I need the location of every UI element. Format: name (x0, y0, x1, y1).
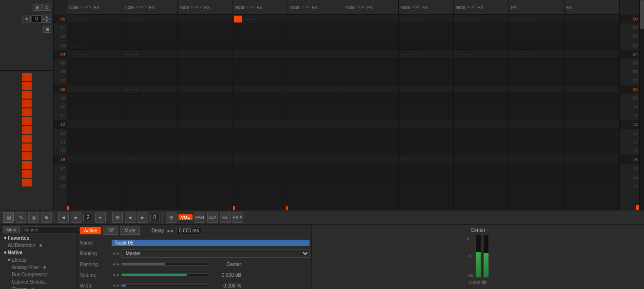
cell-fx1-15[interactable] (509, 146, 564, 155)
cell-1-09[interactable] (67, 94, 122, 103)
cell-6-04[interactable] (343, 50, 398, 59)
cell-3-06[interactable] (178, 67, 233, 76)
cell-fx2-14[interactable] (565, 138, 619, 146)
cell-7-04[interactable]: - - - - - - - - (399, 50, 453, 59)
cell-4-02[interactable] (233, 32, 288, 41)
cell-5-06[interactable] (288, 67, 343, 76)
cell-3-04[interactable] (178, 50, 233, 59)
cell-6-15[interactable] (343, 146, 398, 155)
cell-8-05[interactable] (454, 59, 508, 67)
cell-fx1-17[interactable] (509, 164, 564, 173)
scrollbar-thumb[interactable] (640, 0, 644, 29)
cell-fx1-08[interactable]: - - - - - - - - - - (509, 85, 564, 94)
cell-8-13[interactable] (454, 129, 508, 138)
cell-2-16[interactable]: - - - -- - (122, 155, 177, 164)
arrow-left-btn[interactable]: ◄ (22, 16, 31, 22)
cell-8-09[interactable] (454, 94, 508, 103)
cell-8-03[interactable] (454, 41, 508, 50)
more-button[interactable]: More (3, 227, 20, 233)
cell-5-13[interactable] (288, 129, 343, 138)
cell-1-10[interactable] (67, 103, 122, 111)
cell-3-14[interactable] (178, 138, 233, 146)
cell-4-10[interactable] (233, 103, 288, 111)
cell-7-12[interactable]: - - - - - - - - (399, 120, 453, 129)
cell-3-05[interactable] (178, 59, 233, 67)
cell-6-03[interactable] (343, 41, 398, 50)
cell-fx2-17[interactable] (565, 164, 619, 173)
sidebar-icon-2[interactable]: ⊡ (42, 4, 51, 11)
accent-block-12[interactable] (22, 179, 32, 186)
cell-3-12[interactable] (178, 120, 233, 129)
cell-3-13[interactable] (178, 129, 233, 138)
snap-tool[interactable]: ⊞ (112, 212, 123, 223)
cell-fx2-05[interactable] (565, 59, 619, 67)
dly-btn[interactable]: DLY (207, 212, 218, 223)
cell-fx2-12[interactable] (565, 120, 619, 129)
cell-2-09[interactable] (122, 94, 177, 103)
cell-6-16[interactable] (343, 155, 398, 164)
cell-fx1-09[interactable] (509, 94, 564, 103)
cell-fx2-08[interactable] (565, 85, 619, 94)
cell-4-14[interactable] (233, 138, 288, 146)
track-cells-7[interactable]: - - - - - - - - - - - - - - - - - - - - … (399, 15, 453, 210)
cell-3-10[interactable] (178, 103, 233, 111)
cell-4-00[interactable]: - - - - - - (233, 15, 288, 23)
track-cells-8[interactable]: - - - - - - - - - - - - - - - - - - - - … (454, 15, 508, 210)
cell-7-10[interactable] (399, 103, 453, 111)
cell-2-19[interactable] (122, 182, 177, 190)
cell-8-10[interactable] (454, 103, 508, 111)
grid-icon[interactable]: ⊞ (43, 26, 51, 33)
cell-6-02[interactable] (343, 32, 398, 41)
cell-6-17[interactable] (343, 164, 398, 173)
snap-left[interactable]: ◄ (125, 212, 136, 223)
cell-6-01[interactable] (343, 23, 398, 32)
cell-fx1-00[interactable]: - - - - - - - - - - (509, 15, 564, 23)
cell-5-09[interactable] (288, 94, 343, 103)
cell-5-19[interactable] (288, 182, 343, 190)
cell-5-05[interactable] (288, 59, 343, 67)
cell-6-05[interactable] (343, 59, 398, 67)
cell-4-08[interactable] (233, 85, 288, 94)
cell-1-06[interactable] (67, 67, 122, 76)
cell-5-01[interactable] (288, 23, 343, 32)
accent-block-10[interactable] (22, 161, 32, 169)
accent-block-9[interactable] (22, 152, 32, 160)
cell-8-15[interactable] (454, 146, 508, 155)
cell-6-14[interactable] (343, 138, 398, 146)
tab-off[interactable]: Off (103, 227, 118, 235)
sidebar-icon-1[interactable]: ⊞ (33, 4, 41, 11)
accent-block-6[interactable] (22, 126, 32, 134)
cell-2-13[interactable] (122, 129, 177, 138)
cell-3-09[interactable] (178, 94, 233, 103)
accent-block-0[interactable] (22, 73, 32, 81)
vol-label[interactable]: VOL (178, 214, 193, 220)
cell-8-00[interactable]: - - - - - - - - (454, 15, 508, 23)
cell-fx1-03[interactable] (509, 41, 564, 50)
cell-4-04[interactable] (233, 50, 288, 59)
cell-1-14[interactable] (67, 138, 122, 146)
cell-fx2-03[interactable] (565, 41, 619, 50)
cell-5-11[interactable] (288, 111, 343, 120)
cell-7-19[interactable] (399, 182, 453, 190)
cell-2-06[interactable] (122, 67, 177, 76)
cell-fx2-18[interactable] (565, 173, 619, 182)
track-cells-fx1[interactable]: - - - - - - - - - - - - - - - - - - - - … (509, 15, 564, 210)
cell-7-08[interactable]: - - - - - - - - (399, 85, 453, 94)
cell-2-18[interactable] (122, 173, 177, 182)
cell-fx1-19[interactable] (509, 182, 564, 190)
cell-8-12[interactable] (454, 120, 508, 129)
cell-5-07[interactable] (288, 76, 343, 85)
browser-item-cabinet[interactable]: Cabinet Simula... (0, 278, 78, 286)
accent-block-8[interactable] (22, 144, 32, 151)
browser-item-analog[interactable]: Analog Filter ★ (0, 264, 78, 271)
cell-7-14[interactable] (399, 138, 453, 146)
cell-8-14[interactable] (454, 138, 508, 146)
cell-1-11[interactable] (67, 111, 122, 120)
cell-1-15[interactable] (67, 146, 122, 155)
cell-fx1-10[interactable] (509, 103, 564, 111)
arrow-left-tool[interactable]: ◄ (58, 212, 69, 223)
routing-arrows[interactable]: ◄► (112, 251, 120, 256)
cell-7-00[interactable]: - - - - - - - - (399, 15, 453, 23)
cell-5-00[interactable] (288, 15, 343, 23)
track-cells-2[interactable]: - - - -- - - - - -- - - - - -- - - - - -… (122, 15, 177, 210)
